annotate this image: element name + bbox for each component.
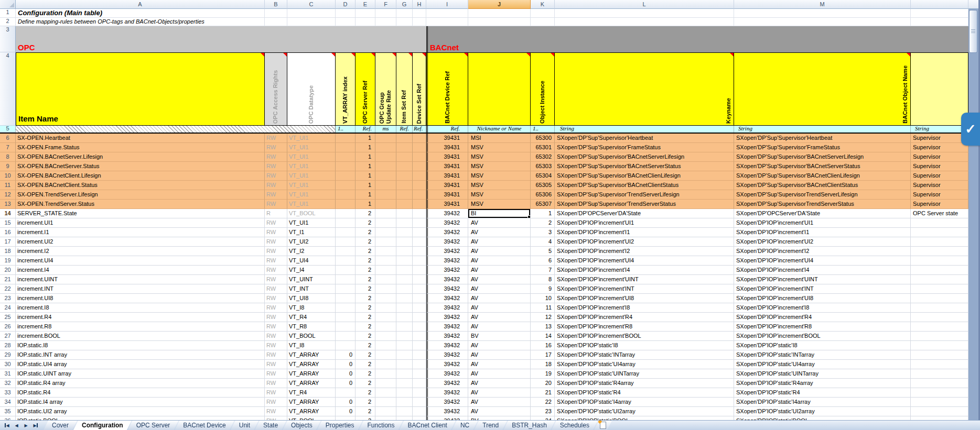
cell-J27[interactable]: BV — [468, 332, 531, 341]
cell-F6[interactable] — [375, 134, 396, 143]
row-header-11[interactable]: 11 — [0, 181, 16, 190]
cell-K8[interactable]: 65302 — [531, 152, 555, 162]
cell-H32[interactable] — [413, 379, 426, 388]
cell-G19[interactable] — [396, 256, 413, 266]
cell-E14[interactable]: 2 — [356, 209, 375, 218]
cell-J8[interactable]: MSV — [468, 152, 531, 162]
cell-B22[interactable]: RW — [265, 284, 287, 294]
row-header-27[interactable]: 27 — [0, 332, 16, 341]
cell-B8[interactable]: RW — [265, 152, 287, 162]
cell-B32[interactable]: RW — [265, 379, 287, 388]
cell-N27[interactable] — [911, 332, 968, 341]
cell-N19[interactable] — [911, 256, 968, 266]
cell-H35[interactable] — [413, 407, 426, 416]
cell-K33[interactable]: 21 — [531, 388, 555, 398]
cell-K31[interactable]: 19 — [531, 369, 555, 379]
cell-I6[interactable]: 39431 — [426, 134, 468, 143]
header-bacnet-object-name[interactable]: BACnet Object Name — [734, 52, 911, 126]
subheader-server-ref[interactable]: Ref. — [356, 126, 375, 133]
cell-K27[interactable]: 14 — [531, 332, 555, 341]
empty-cell[interactable] — [531, 9, 555, 18]
cell-B26[interactable]: RW — [265, 322, 287, 332]
cell-F20[interactable] — [375, 266, 396, 275]
cell-B9[interactable]: RW — [265, 162, 287, 171]
sheet-tab-properties[interactable]: Properties — [317, 421, 363, 430]
cell-H23[interactable] — [413, 294, 426, 303]
cell-C14[interactable]: VT_BOOL — [287, 209, 336, 218]
cell-D7[interactable] — [336, 143, 356, 152]
row-header-2[interactable]: 2 — [0, 18, 16, 26]
sheet-tab-trend[interactable]: Trend — [474, 421, 507, 430]
empty-cell[interactable] — [555, 18, 734, 26]
subheader-hatch[interactable] — [16, 126, 336, 133]
row-header-31[interactable]: 31 — [0, 369, 16, 379]
cell-K7[interactable]: 65301 — [531, 143, 555, 152]
cell-I13[interactable]: 39431 — [426, 200, 468, 209]
column-header-H[interactable]: H — [413, 0, 426, 9]
cell-N20[interactable] — [911, 266, 968, 275]
cell-B16[interactable]: RW — [265, 228, 287, 237]
cell-D34[interactable]: 0 — [336, 398, 356, 407]
cell-N12[interactable]: Supervisor — [911, 190, 968, 200]
cell-H15[interactable] — [413, 218, 426, 228]
cell-M11[interactable]: SXopen'DP'Sup'Supervisor'BACnetClientSta… — [734, 181, 911, 190]
cell-M36[interactable]: SXopen'DP'IOP'static'BOOL — [734, 416, 911, 420]
cell-M14[interactable]: SXopen'DP'OPCServer'DA'State — [734, 209, 911, 218]
cell-J33[interactable]: AV — [468, 388, 531, 398]
cell-F21[interactable] — [375, 275, 396, 284]
cell-L28[interactable]: SXopen'DP'IOP'static'I8 — [555, 341, 734, 350]
cell-K14[interactable]: 1 — [531, 209, 555, 218]
cell-F15[interactable] — [375, 218, 396, 228]
cell-I32[interactable]: 39432 — [426, 379, 468, 388]
cell-B7[interactable]: RW — [265, 143, 287, 152]
empty-cell[interactable] — [396, 9, 413, 18]
cell-D9[interactable] — [336, 162, 356, 171]
header-device-set-ref[interactable]: Device Set Ref — [413, 52, 426, 126]
sheet-tab-configuration[interactable]: Configuration — [73, 421, 132, 430]
cell-M13[interactable]: SXopen'DP'Sup'SupervisorTrendServerStatu… — [734, 200, 911, 209]
cell-H8[interactable] — [413, 152, 426, 162]
cell-A16[interactable]: increment.I1 — [16, 228, 265, 237]
cell-M27[interactable]: SXopen'DP'IOP'increment'BOOL — [734, 332, 911, 341]
column-header-M[interactable]: M — [734, 0, 911, 9]
cell-H22[interactable] — [413, 284, 426, 294]
cell-H24[interactable] — [413, 303, 426, 313]
cell-C16[interactable]: VT_I1 — [287, 228, 336, 237]
cell-C25[interactable]: VT_R4 — [287, 313, 336, 322]
cell-M8[interactable]: SXopen'DP'Sup'Supervisor'BACnetServerLif… — [734, 152, 911, 162]
cell-J12[interactable]: MSV — [468, 190, 531, 200]
cell-J17[interactable]: AV — [468, 237, 531, 247]
cell-A17[interactable]: increment.UI2 — [16, 237, 265, 247]
cell-A7[interactable]: SX-OPEN.Frame.Status — [16, 143, 265, 152]
row-header-26[interactable]: 26 — [0, 322, 16, 332]
cell-M6[interactable]: SXopen'DP'Sup'Supervisor'Heartbeat — [734, 134, 911, 143]
cell-K29[interactable]: 17 — [531, 350, 555, 360]
cell-N6[interactable]: Supervisor — [911, 134, 968, 143]
cell-D18[interactable] — [336, 247, 356, 256]
header-vt-array-index[interactable]: VT_ARRAY index — [336, 52, 356, 126]
cell-L33[interactable]: SXopen'DP'IOP'static'R4 — [555, 388, 734, 398]
cell-A28[interactable]: IOP.static.I8 — [16, 341, 265, 350]
column-header-J[interactable]: J — [468, 0, 531, 9]
cell-D14[interactable] — [336, 209, 356, 218]
cell-M7[interactable]: SXopen'DP'Sup'Supervisor'FrameStatus — [734, 143, 911, 152]
empty-cell[interactable] — [911, 18, 968, 26]
cell-H18[interactable] — [413, 247, 426, 256]
cell-C18[interactable]: VT_I2 — [287, 247, 336, 256]
column-header-E[interactable]: E — [356, 0, 375, 9]
cell-F16[interactable] — [375, 228, 396, 237]
cell-F12[interactable] — [375, 190, 396, 200]
cell-I11[interactable]: 39431 — [426, 181, 468, 190]
cell-E10[interactable]: 1 — [356, 171, 375, 181]
cell-C23[interactable]: VT_UI8 — [287, 294, 336, 303]
empty-cell[interactable] — [911, 9, 968, 18]
cell-A35[interactable]: IOP.static.UI2 array — [16, 407, 265, 416]
cell-A32[interactable]: IOP.static.R4 array — [16, 379, 265, 388]
column-header-L[interactable]: L — [555, 0, 734, 9]
cell-A34[interactable]: IOP.static.I4 array — [16, 398, 265, 407]
cell-I27[interactable]: 39432 — [426, 332, 468, 341]
cell-H14[interactable] — [413, 209, 426, 218]
empty-cell[interactable] — [356, 9, 375, 18]
cell-E32[interactable]: 2 — [356, 379, 375, 388]
empty-cell[interactable] — [265, 18, 287, 26]
